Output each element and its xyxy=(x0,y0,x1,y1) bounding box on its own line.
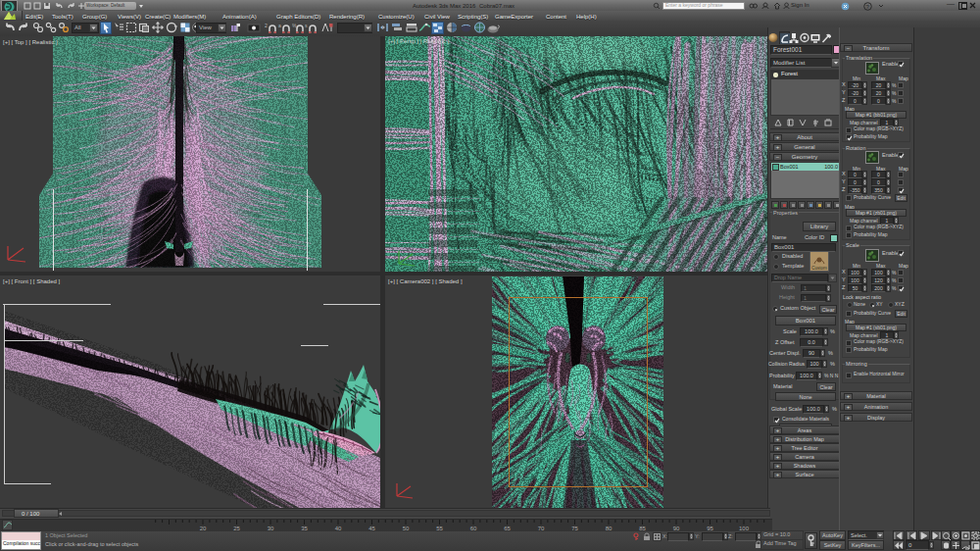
svg-text:s: s xyxy=(305,23,308,28)
svg-text:?: ? xyxy=(866,4,870,10)
svg-text:a: a xyxy=(278,23,281,28)
svg-text:2: 2 xyxy=(265,23,268,28)
svg-text:%: % xyxy=(292,23,297,28)
